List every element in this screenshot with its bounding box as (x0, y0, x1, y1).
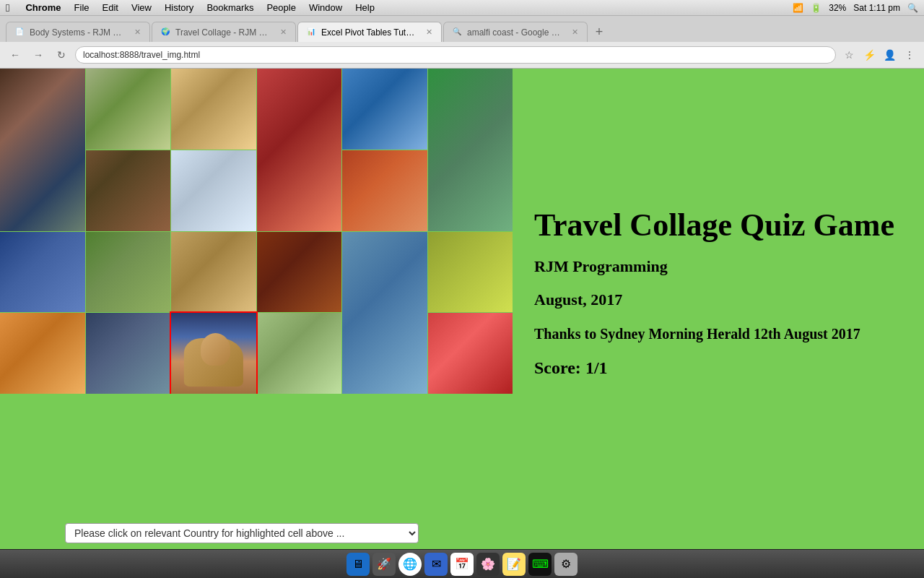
tab-close-amalfi[interactable]: ✕ (572, 27, 578, 37)
battery-percent: 32% (829, 3, 846, 13)
app-name[interactable]: Chrome (25, 2, 61, 13)
address-bar: ← → ↻ localhost:8888/travel_img.html ☆ ⚡… (0, 42, 924, 68)
collage-cell-10[interactable] (0, 232, 85, 313)
collage-cell-15[interactable] (428, 232, 513, 313)
edit-menu[interactable]: Edit (103, 2, 118, 13)
user-icon[interactable]: 👤 (881, 46, 898, 64)
dock-chrome[interactable]: 🌐 (398, 553, 422, 576)
forward-button[interactable]: → (29, 46, 48, 64)
sphinx-head (201, 333, 230, 366)
url-text: localhost:8888/travel_img.html (83, 50, 200, 60)
collage-cell-20[interactable] (428, 313, 513, 394)
dock-launchpad[interactable]: 🚀 (372, 553, 396, 576)
score-value: 1/1 (585, 358, 608, 377)
bottom-area: Please click on relevant Country for hig… (0, 517, 924, 549)
dock-terminal[interactable]: ⌨ (528, 553, 552, 576)
collage-cell-2[interactable] (86, 69, 171, 150)
sphinx-image (171, 313, 256, 394)
toolbar-icons: ☆ ⚡ 👤 ⋮ (840, 46, 918, 64)
collage-cell-17[interactable] (86, 313, 171, 394)
battery-icon: 🔋 (811, 3, 821, 13)
url-bar[interactable]: localhost:8888/travel_img.html (75, 46, 836, 64)
collage-cell-7[interactable] (86, 150, 171, 231)
tab-favicon-amalfi: 🔍 (453, 27, 463, 38)
dock-system-prefs[interactable]: ⚙ (554, 553, 578, 576)
collage-container (0, 69, 513, 394)
game-credits: Thanks to Sydney Morning Herald 12th Aug… (534, 324, 902, 344)
dock-mail[interactable]: ✉ (424, 553, 448, 576)
tab-label-body-systems: Body Systems - RJM Progra... (30, 27, 127, 38)
bookmarks-menu[interactable]: Bookmarks (206, 2, 253, 13)
tab-label-amalfi: amalfi coast - Google Search (467, 27, 565, 38)
help-menu[interactable]: Help (355, 2, 375, 13)
bookmark-icon[interactable]: ☆ (840, 46, 858, 64)
collage-cell-3[interactable] (171, 69, 256, 150)
tab-body-systems[interactable]: 📄 Body Systems - RJM Progra... ✕ (6, 22, 150, 42)
collage-cell-12[interactable] (171, 232, 256, 313)
collage-cell-13[interactable] (257, 232, 342, 313)
collage-cell-14[interactable] (342, 232, 427, 394)
collage-cell-5[interactable] (342, 69, 427, 150)
macos-menubar:  Chrome File Edit View History Bookmark… (0, 0, 924, 16)
page-body: Travel Collage Quiz Game RJM Programming… (0, 69, 924, 549)
search-icon[interactable]: 🔍 (907, 3, 918, 13)
collage-cell-11[interactable] (86, 232, 171, 313)
tab-close-excel[interactable]: ✕ (426, 27, 432, 37)
collage-cell-9[interactable] (342, 150, 427, 231)
menu-icon[interactable]: ⋮ (901, 46, 918, 64)
tab-amalfi[interactable]: 🔍 amalfi coast - Google Search ✕ (443, 22, 588, 42)
collage-cell-6[interactable] (428, 69, 513, 231)
game-title: Travel Collage Quiz Game (534, 208, 902, 243)
main-content: Travel Collage Quiz Game RJM Programming… (0, 69, 924, 517)
collage-cell-4[interactable] (257, 69, 342, 231)
dock-finder[interactable]: 🖥 (346, 553, 370, 576)
dock-calendar[interactable]: 📅 (450, 553, 474, 576)
tab-favicon-body-systems: 📄 (15, 27, 25, 38)
dock-photos[interactable]: 🌸 (476, 553, 500, 576)
tab-close-travel[interactable]: ✕ (280, 27, 287, 37)
apple-menu[interactable]:  (6, 1, 9, 14)
macos-dock: 🖥 🚀 🌐 ✉ 📅 🌸 📝 ⌨ ⚙ (0, 549, 924, 578)
view-menu[interactable]: View (131, 2, 152, 13)
tab-close-body-systems[interactable]: ✕ (134, 27, 141, 37)
tab-label-travel: Travel Collage - RJM Progra... (175, 27, 273, 38)
dock-notes[interactable]: 📝 (502, 553, 526, 576)
tab-favicon-travel: 🌍 (161, 27, 171, 38)
full-page:  Chrome File Edit View History Bookmark… (0, 0, 924, 578)
tab-label-excel: Excel Pivot Tables Tutorial (321, 27, 419, 38)
extensions-icon[interactable]: ⚡ (860, 46, 878, 64)
tab-favicon-excel: 📊 (307, 27, 317, 38)
back-button[interactable]: ← (6, 46, 25, 64)
refresh-button[interactable]: ↻ (52, 46, 71, 64)
collage-cell-8[interactable] (171, 150, 256, 231)
new-tab-button[interactable]: + (589, 22, 609, 42)
history-menu[interactable]: History (165, 2, 193, 13)
collage-grid (0, 69, 513, 394)
game-date: August, 2017 (534, 290, 902, 309)
tab-excel-pivot[interactable]: 📊 Excel Pivot Tables Tutorial ✕ (297, 22, 442, 42)
file-menu[interactable]: File (74, 2, 90, 13)
tab-bar: 📄 Body Systems - RJM Progra... ✕ 🌍 Trave… (0, 16, 924, 42)
game-score: Score: 1/1 (534, 358, 902, 378)
collage-cell-19[interactable] (257, 313, 342, 394)
menubar-right: 📶 🔋 32% Sat 1:11 pm 🔍 (793, 3, 918, 13)
window-menu[interactable]: Window (309, 2, 342, 13)
people-menu[interactable]: People (266, 2, 295, 13)
wifi-icon: 📶 (793, 3, 803, 13)
clock: Sat 1:11 pm (853, 3, 900, 13)
score-label: Score: (534, 358, 581, 377)
tab-travel-collage[interactable]: 🌍 Travel Collage - RJM Progra... ✕ (152, 22, 296, 42)
browser-chrome: 📄 Body Systems - RJM Progra... ✕ 🌍 Trave… (0, 16, 924, 69)
info-panel: Travel Collage Quiz Game RJM Programming… (513, 69, 924, 517)
collage-cell-1[interactable] (0, 69, 85, 231)
game-author: RJM Programming (534, 257, 902, 276)
country-select[interactable]: Please click on relevant Country for hig… (65, 523, 419, 543)
collage-cell-sphinx[interactable] (171, 313, 256, 394)
collage-cell-16[interactable] (0, 313, 85, 394)
